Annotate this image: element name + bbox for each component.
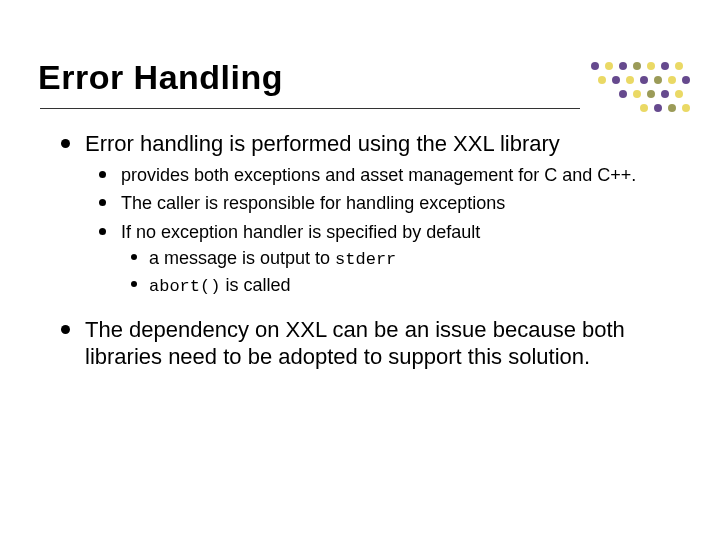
- svg-point-3: [633, 62, 641, 70]
- svg-point-11: [654, 76, 662, 84]
- title-rule: [40, 108, 580, 109]
- svg-point-4: [647, 62, 655, 70]
- svg-point-15: [633, 90, 641, 98]
- svg-point-19: [640, 104, 648, 112]
- bullet-l2: The caller is responsible for handling e…: [85, 192, 665, 215]
- svg-point-17: [661, 90, 669, 98]
- svg-point-12: [668, 76, 676, 84]
- bullet-text: a message is output to: [149, 248, 335, 268]
- bullet-subsublist: a message is output to stderr abort() is…: [121, 247, 665, 298]
- svg-point-20: [654, 104, 662, 112]
- bullet-text: is called: [220, 275, 290, 295]
- slide-title: Error Handling: [38, 58, 283, 97]
- svg-point-9: [626, 76, 634, 84]
- bullet-l2: If no exception handler is specified by …: [85, 221, 665, 298]
- bullet-sublist: provides both exceptions and asset manag…: [85, 164, 665, 298]
- bullet-l1: The dependency on XXL can be an issue be…: [55, 316, 665, 371]
- svg-point-22: [682, 104, 690, 112]
- code-token: abort(): [149, 277, 220, 296]
- svg-point-7: [598, 76, 606, 84]
- bullet-text: Error handling is performed using the XX…: [85, 131, 560, 156]
- svg-point-10: [640, 76, 648, 84]
- svg-point-1: [605, 62, 613, 70]
- corner-dots-decor: [585, 56, 705, 126]
- content-area: Error handling is performed using the XX…: [55, 130, 665, 389]
- svg-point-8: [612, 76, 620, 84]
- bullet-l3: abort() is called: [121, 274, 665, 297]
- svg-point-6: [675, 62, 683, 70]
- svg-point-2: [619, 62, 627, 70]
- bullet-text: The dependency on XXL can be an issue be…: [85, 317, 625, 370]
- bullet-text: provides both exceptions and asset manag…: [121, 165, 636, 185]
- bullet-l2: provides both exceptions and asset manag…: [85, 164, 665, 187]
- bullet-text: The caller is responsible for handling e…: [121, 193, 505, 213]
- svg-point-5: [661, 62, 669, 70]
- svg-point-0: [591, 62, 599, 70]
- slide: Error Handling Error handling is perform…: [0, 0, 720, 540]
- bullet-list: Error handling is performed using the XX…: [55, 130, 665, 371]
- bullet-l3: a message is output to stderr: [121, 247, 665, 270]
- svg-point-21: [668, 104, 676, 112]
- svg-point-14: [619, 90, 627, 98]
- svg-point-16: [647, 90, 655, 98]
- bullet-text: If no exception handler is specified by …: [121, 222, 480, 242]
- bullet-l1: Error handling is performed using the XX…: [55, 130, 665, 298]
- code-token: stderr: [335, 250, 396, 269]
- svg-point-18: [675, 90, 683, 98]
- svg-point-13: [682, 76, 690, 84]
